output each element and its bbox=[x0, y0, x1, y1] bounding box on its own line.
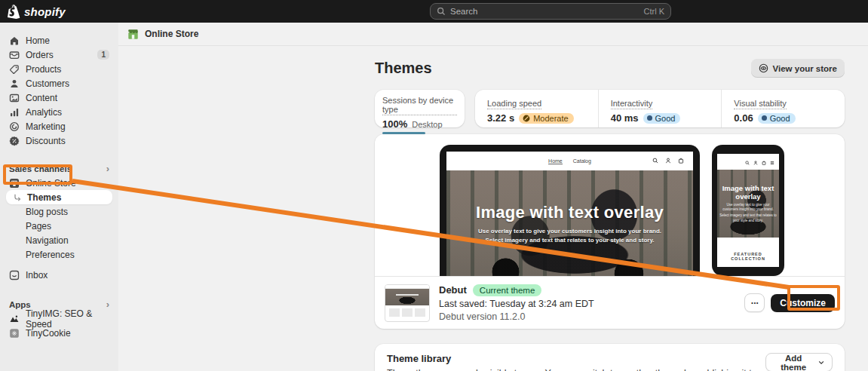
nested-arrow-icon bbox=[14, 194, 21, 201]
page-title: Themes bbox=[375, 60, 432, 77]
hero-image-motorcycle: Image with text overlay Use overlay text… bbox=[446, 170, 693, 276]
shopify-admin-window: shopify Search Ctrl K Home Orders 1 Prod… bbox=[0, 0, 868, 371]
sessions-card: Sessions by device type 100% Desktop bbox=[375, 90, 465, 127]
metric-interactivity: Interactivity 40 ms Good bbox=[598, 90, 722, 127]
current-theme-info-row: Debut Current theme Last saved: Tuesday … bbox=[375, 276, 845, 329]
status-badge-moderate: Moderate bbox=[519, 113, 573, 124]
metric-loading-speed: Loading speed 3.22 s Moderate bbox=[475, 90, 598, 127]
status-badge-good: Good bbox=[758, 113, 796, 124]
chevron-down-icon bbox=[818, 359, 824, 366]
tag-icon bbox=[9, 64, 20, 75]
visual-stability-label[interactable]: Visual stability bbox=[734, 99, 787, 109]
view-your-store-button[interactable]: View your store bbox=[751, 59, 845, 78]
search-placeholder: Search bbox=[450, 7, 639, 16]
tablet-preview: Home Catalog Image with text overlay bbox=[440, 145, 700, 276]
sidebar-item-orders[interactable]: Orders 1 bbox=[6, 48, 112, 62]
orders-icon bbox=[9, 50, 20, 60]
search-icon bbox=[652, 158, 658, 164]
customize-button[interactable]: Customize bbox=[771, 294, 835, 312]
cart-bag-icon bbox=[762, 161, 766, 165]
current-theme-badge: Current theme bbox=[473, 284, 542, 296]
eye-icon bbox=[759, 63, 768, 73]
account-icon bbox=[665, 158, 671, 164]
status-badge-good: Good bbox=[643, 113, 681, 124]
sessions-label[interactable]: Sessions by device type bbox=[382, 96, 457, 115]
add-theme-button[interactable]: Add theme bbox=[765, 353, 833, 371]
image-icon bbox=[9, 93, 20, 103]
breadcrumb: Online Store bbox=[118, 23, 868, 46]
sales-channels-header[interactable]: Sales channels › bbox=[6, 161, 112, 176]
sidebar-nav: Home Orders 1 Products Customers Content… bbox=[0, 23, 118, 371]
visual-stability-value: 0.06 bbox=[734, 112, 753, 124]
metric-visual-stability: Visual stability 0.06 Good bbox=[721, 90, 845, 127]
sidebar-item-discounts[interactable]: Discounts bbox=[6, 133, 112, 148]
sidebar-item-navigation[interactable]: Navigation bbox=[6, 233, 112, 247]
online-store-icon bbox=[9, 178, 20, 189]
sidebar-item-products[interactable]: Products bbox=[6, 62, 112, 76]
hero-image-motorcycle-mobile: Image with text overlay Use overlay text… bbox=[717, 170, 779, 238]
tinyimg-app-icon bbox=[9, 314, 20, 324]
main-content: Themes View your store Sessions by devic… bbox=[375, 46, 845, 371]
interactivity-value: 40 ms bbox=[611, 112, 639, 124]
cart-bag-icon bbox=[678, 158, 684, 164]
top-bar: shopify Search Ctrl K bbox=[0, 0, 868, 23]
theme-thumbnail bbox=[385, 284, 430, 322]
sidebar-item-analytics[interactable]: Analytics bbox=[6, 105, 112, 119]
sidebar-item-marketing[interactable]: Marketing bbox=[6, 119, 112, 133]
sidebar-item-home[interactable]: Home bbox=[6, 33, 112, 48]
sessions-unit: Desktop bbox=[412, 120, 442, 129]
shopify-bag-icon bbox=[8, 5, 20, 19]
search-shortcut: Ctrl K bbox=[644, 7, 665, 16]
sidebar-item-content[interactable]: Content bbox=[6, 90, 112, 105]
sidebar-item-online-store[interactable]: Online Store bbox=[6, 176, 112, 190]
shopify-logo[interactable]: shopify bbox=[8, 5, 66, 19]
featured-collection-label: FEATURED COLLECTION bbox=[717, 252, 779, 261]
bar-chart-icon bbox=[9, 107, 20, 118]
theme-version: Debut version 11.2.0 bbox=[439, 311, 594, 322]
account-icon bbox=[753, 161, 758, 165]
phone-preview: Image with text overlay Use overlay text… bbox=[712, 145, 784, 276]
search-icon bbox=[437, 7, 446, 16]
theme-library-description: These themes are only visible to you. Yo… bbox=[387, 368, 765, 371]
sidebar-item-preferences[interactable]: Preferences bbox=[6, 247, 112, 262]
chevron-right-icon: › bbox=[106, 163, 109, 174]
theme-library-title: Theme library bbox=[387, 353, 765, 364]
status-dot-icon bbox=[647, 115, 652, 121]
preview-nav-home: Home bbox=[548, 158, 563, 164]
search-icon bbox=[745, 161, 750, 165]
orders-count-badge: 1 bbox=[97, 50, 109, 60]
breadcrumb-label[interactable]: Online Store bbox=[145, 29, 198, 39]
sidebar-item-blog-posts[interactable]: Blog posts bbox=[6, 204, 112, 219]
sidebar-item-themes[interactable]: Themes bbox=[6, 190, 112, 204]
sidebar-item-customers[interactable]: Customers bbox=[6, 76, 112, 90]
theme-last-saved: Last saved: Tuesday at 3:24 am EDT bbox=[439, 299, 594, 309]
loading-speed-label[interactable]: Loading speed bbox=[487, 99, 541, 109]
preview-nav-catalog: Catalog bbox=[573, 158, 591, 164]
performance-card: Loading speed 3.22 s Moderate Interactiv… bbox=[475, 90, 845, 127]
theme-library-card: Theme library These themes are only visi… bbox=[375, 344, 845, 371]
current-theme-card: Home Catalog Image with text overlay bbox=[375, 134, 845, 329]
home-icon bbox=[9, 35, 20, 46]
theme-name: Debut bbox=[439, 284, 467, 296]
hero-title: Image with text overlay bbox=[476, 203, 664, 222]
search-input[interactable]: Search Ctrl K bbox=[430, 3, 671, 20]
theme-stats-row: Sessions by device type 100% Desktop Loa… bbox=[375, 90, 845, 127]
sidebar-item-tinyimg[interactable]: TinyIMG: SEO & Speed bbox=[6, 311, 112, 326]
discount-icon bbox=[9, 136, 20, 146]
logo-wordmark: shopify bbox=[24, 5, 66, 18]
loading-speed-value: 3.22 s bbox=[487, 112, 514, 124]
menu-icon bbox=[770, 161, 774, 165]
caution-icon bbox=[523, 115, 530, 122]
megaphone-icon bbox=[9, 121, 20, 132]
inbox-icon bbox=[9, 270, 20, 281]
sidebar-item-pages[interactable]: Pages bbox=[6, 219, 112, 233]
sessions-value: 100% bbox=[382, 118, 407, 130]
tinycookie-app-icon bbox=[9, 328, 20, 339]
person-icon bbox=[9, 78, 20, 89]
more-actions-button[interactable]: ... bbox=[744, 293, 765, 312]
theme-preview-area: Home Catalog Image with text overlay bbox=[375, 134, 845, 276]
status-dot-icon bbox=[762, 115, 767, 121]
interactivity-label[interactable]: Interactivity bbox=[611, 99, 653, 109]
storefront-icon bbox=[127, 29, 139, 40]
sidebar-item-inbox[interactable]: Inbox bbox=[6, 268, 112, 282]
